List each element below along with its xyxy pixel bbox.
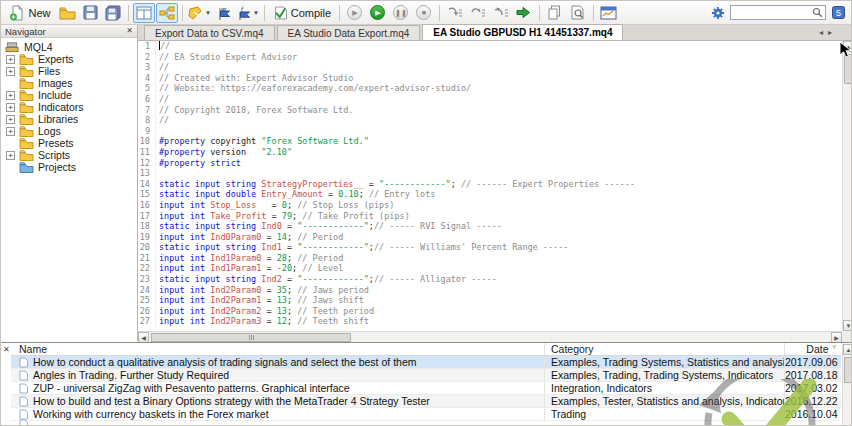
step-into-button[interactable]: [444, 3, 466, 23]
folder-icon: [19, 89, 34, 101]
line-number: 5: [138, 83, 156, 94]
nav-item-experts[interactable]: + Experts: [1, 53, 137, 65]
open-folder-icon: [59, 6, 76, 20]
code-line: 19input int Ind0Param0 = 14; // Period: [138, 232, 842, 243]
stop-debug-button[interactable]: ■: [413, 3, 435, 23]
nav-item-label: Include: [38, 89, 72, 101]
horizontal-scroll-thumb[interactable]: [151, 333, 351, 342]
tab-file-2[interactable]: EA Studio Data Export.mq4: [277, 25, 421, 40]
mql5-community-button[interactable]: 5: [827, 3, 849, 23]
toolbox-close-button[interactable]: ✕: [3, 345, 10, 354]
line-number: 2: [138, 52, 156, 63]
search-icon[interactable]: [812, 7, 823, 18]
article-date: 2016.10.04: [785, 408, 838, 420]
navigator-toggle-button[interactable]: [156, 3, 178, 23]
nav-item-libraries[interactable]: + Libraries: [1, 113, 137, 125]
nav-item-indicators[interactable]: + Indicators: [1, 101, 137, 113]
folder-icon: [19, 161, 34, 173]
copy-button[interactable]: [544, 3, 566, 23]
step-out-button[interactable]: [490, 3, 512, 23]
variable-breakpoint-button[interactable]: var: [213, 3, 235, 23]
nav-item-files[interactable]: + Files: [1, 65, 137, 77]
toolbox-scroll-thumb[interactable]: [844, 357, 852, 383]
toolbox-vertical-scrollbar[interactable]: ▲: [842, 344, 852, 426]
code-line: 15static input double Entry_Amount = 0.1…: [138, 189, 842, 200]
scroll-up-arrow-icon[interactable]: ▲: [843, 344, 852, 355]
metaeditor-window: New: [0, 0, 852, 426]
start-debug-button[interactable]: ▶: [367, 3, 389, 23]
line-number: 4: [138, 73, 156, 84]
nav-item-logs[interactable]: + Logs: [1, 125, 137, 137]
nav-item-images[interactable]: + Images: [1, 77, 137, 89]
scroll-down-arrow-icon[interactable]: ▼: [843, 320, 852, 331]
column-header-name[interactable]: Name: [11, 343, 544, 355]
compile-button[interactable]: Compile: [269, 3, 335, 23]
nav-item-projects[interactable]: + Projects: [1, 161, 137, 173]
expand-plus-icon[interactable]: +: [6, 67, 15, 76]
toolbar-separator: [264, 5, 265, 21]
expand-plus-icon[interactable]: +: [6, 103, 15, 112]
article-date: 2017.08.18: [785, 369, 838, 381]
article-category: Examples, Trading, Trading Systems, Indi…: [544, 369, 784, 381]
tab-scroll-arrows[interactable]: ◂▸: [819, 28, 837, 37]
expand-plus-icon[interactable]: +: [6, 127, 15, 136]
stop-icon: ■: [416, 5, 431, 20]
open-file-button[interactable]: [56, 3, 78, 23]
nav-item-label: Projects: [38, 161, 76, 173]
line-number: 13: [138, 168, 156, 179]
line-number: 26: [138, 306, 156, 317]
nav-item-scripts[interactable]: + Scripts: [1, 149, 137, 161]
code-editor[interactable]: 1//2// EA Studio Expert Advisor3//4// Cr…: [138, 41, 842, 331]
search-settings-button[interactable]: [707, 3, 729, 23]
folder-icon: [19, 137, 34, 149]
article-row[interactable]: How to conduct a qualitative analysis of…: [11, 356, 841, 369]
toolbar-separator: [128, 5, 129, 21]
open-terminal-button[interactable]: [598, 3, 620, 23]
continue-button[interactable]: [513, 3, 535, 23]
nav-item-include[interactable]: + Include: [1, 89, 137, 101]
code-line: 20static input string Ind1 = "----------…: [138, 242, 842, 253]
tab-file-3[interactable]: EA Studio GBPUSD H1 41451337.mq4: [422, 24, 623, 40]
table-row-partial[interactable]: [11, 421, 841, 426]
article-row[interactable]: Angles in Trading. Further Study Require…: [11, 369, 841, 382]
editor-horizontal-scrollbar[interactable]: ◀ ▶: [138, 331, 842, 342]
editor-vertical-scrollbar[interactable]: ▲ ▼: [842, 41, 852, 331]
function-breakpoint-button[interactable]: f ▼: [236, 3, 260, 23]
new-file-button[interactable]: New: [5, 3, 55, 23]
pause-debug-button[interactable]: ❚❚: [390, 3, 412, 23]
nav-item-label: Indicators: [38, 101, 84, 113]
line-number: 10: [138, 136, 156, 147]
code-line: 26input int Ind2Param2 = 13; // Teeth pe…: [138, 306, 842, 317]
code-line: 10#property copyright "Forex Software Lt…: [138, 136, 842, 147]
styler-button[interactable]: ▼: [187, 3, 212, 23]
search-in-files-button[interactable]: [567, 3, 589, 23]
line-number: 11: [138, 147, 156, 158]
nav-item-presets[interactable]: + Presets: [1, 137, 137, 149]
article-date: 2016.12.22: [785, 395, 838, 407]
navigator-close-button[interactable]: ✕: [126, 27, 133, 35]
mouse-cursor: [839, 41, 852, 60]
line-number: 25: [138, 295, 156, 306]
column-header-category[interactable]: Category: [544, 343, 784, 355]
nav-root-mql4[interactable]: MQL4: [1, 41, 137, 53]
save-all-button[interactable]: [102, 3, 124, 23]
article-date: 2017.03.02: [785, 382, 838, 394]
article-row[interactable]: ZUP - universal ZigZag with Pesavento pa…: [11, 382, 841, 395]
window-layout-button[interactable]: [133, 3, 155, 23]
save-button[interactable]: [79, 3, 101, 23]
article-row[interactable]: How to build and test a Binary Options s…: [11, 395, 841, 408]
nav-item-label: Scripts: [38, 149, 70, 161]
tab-file-1[interactable]: Export Data to CSV.mq4: [144, 25, 275, 40]
code-line: 12#property strict: [138, 158, 842, 169]
sort-descending-icon: ▿: [832, 343, 836, 355]
restart-debug-button[interactable]: ▶: [344, 3, 366, 23]
step-over-button[interactable]: [467, 3, 489, 23]
expand-plus-icon[interactable]: +: [6, 115, 15, 124]
scrollbar-corner: [842, 331, 852, 342]
expand-plus-icon[interactable]: +: [6, 55, 15, 64]
expand-plus-icon[interactable]: +: [6, 91, 15, 100]
column-header-date[interactable]: Date ▿: [784, 343, 840, 355]
line-number: 21: [138, 253, 156, 264]
expand-plus-icon[interactable]: +: [6, 151, 15, 160]
folder-icon: [19, 53, 34, 65]
